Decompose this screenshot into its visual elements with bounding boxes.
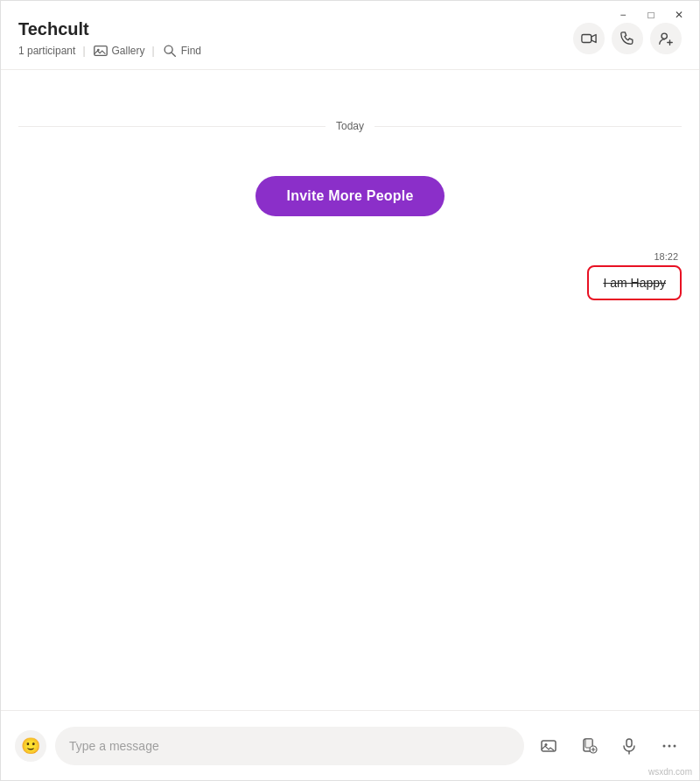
maximize-button[interactable]: □ bbox=[638, 4, 664, 25]
search-icon bbox=[162, 43, 178, 59]
gallery-icon bbox=[93, 43, 108, 59]
find-link[interactable]: Find bbox=[162, 43, 201, 59]
find-label: Find bbox=[181, 45, 201, 57]
emoji-icon: 🙂 bbox=[21, 736, 40, 756]
watermark: wsxdn.com bbox=[648, 767, 692, 777]
participants-count: 1 participant bbox=[18, 45, 75, 57]
invite-container: Invite More People bbox=[18, 176, 682, 216]
title-bar: − □ ✕ bbox=[603, 1, 699, 29]
separator-2: | bbox=[152, 45, 155, 57]
divider-line-right bbox=[374, 126, 682, 127]
date-label: Today bbox=[336, 120, 364, 132]
svg-rect-10 bbox=[626, 739, 632, 747]
attach-image-button[interactable] bbox=[533, 730, 564, 762]
gallery-link[interactable]: Gallery bbox=[93, 43, 145, 59]
attachment-icon bbox=[580, 737, 598, 755]
gallery-label: Gallery bbox=[112, 45, 145, 57]
invite-more-people-button[interactable]: Invite More People bbox=[256, 176, 445, 216]
date-divider: Today bbox=[18, 120, 682, 132]
message-input[interactable] bbox=[55, 727, 524, 765]
add-person-icon bbox=[658, 31, 674, 46]
input-area: 🙂 bbox=[1, 710, 699, 780]
svg-rect-3 bbox=[582, 35, 592, 43]
more-icon bbox=[661, 737, 678, 755]
minimize-button[interactable]: − bbox=[610, 4, 636, 25]
chat-header: Techcult 1 participant | Gallery | Find bbox=[1, 1, 699, 70]
svg-point-11 bbox=[663, 744, 666, 747]
microphone-button[interactable] bbox=[613, 730, 645, 762]
message-bubble-wrapper: I am Happy bbox=[587, 265, 682, 300]
video-icon bbox=[581, 31, 597, 46]
svg-point-13 bbox=[674, 744, 676, 747]
messages-area: 18:22 I am Happy bbox=[18, 251, 682, 300]
image-attach-icon bbox=[540, 737, 557, 755]
phone-icon bbox=[620, 31, 635, 46]
svg-point-12 bbox=[668, 744, 671, 747]
svg-point-2 bbox=[164, 46, 172, 53]
chat-area: Today Invite More People 18:22 I am Happ… bbox=[1, 88, 699, 710]
more-options-button[interactable] bbox=[654, 730, 685, 762]
svg-point-4 bbox=[662, 33, 667, 39]
chat-meta: 1 participant | Gallery | Find bbox=[18, 43, 201, 59]
attach-file-button[interactable] bbox=[573, 730, 605, 762]
message-timestamp: 18:22 bbox=[654, 251, 682, 262]
divider-line-left bbox=[18, 126, 326, 127]
microphone-icon bbox=[620, 737, 638, 755]
message-bubble: I am Happy bbox=[587, 265, 682, 300]
chat-title: Techcult bbox=[18, 18, 201, 39]
header-left: Techcult 1 participant | Gallery | Find bbox=[18, 18, 201, 59]
video-call-button[interactable] bbox=[573, 23, 605, 54]
emoji-button[interactable]: 🙂 bbox=[15, 730, 46, 762]
close-button[interactable]: ✕ bbox=[666, 4, 692, 25]
separator-1: | bbox=[82, 45, 85, 57]
